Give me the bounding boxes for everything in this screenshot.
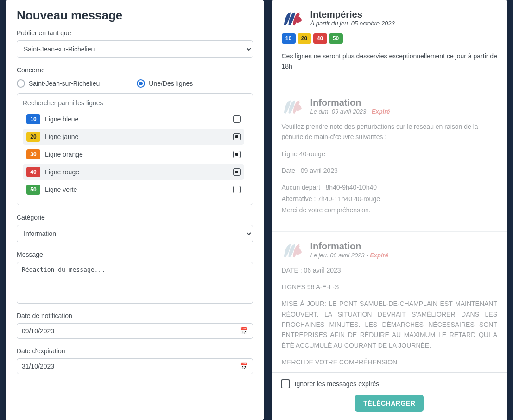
line-badge: 20 xyxy=(26,132,40,142)
category-select[interactable]: Information xyxy=(17,225,253,242)
line-row[interactable]: 30Ligne orange xyxy=(23,146,244,162)
line-badge: 50 xyxy=(329,33,343,44)
message-body: Ces lignes ne seront plus desservies exc… xyxy=(282,51,498,72)
message-paragraph: MISE À JOUR: LE PONT SAMUEL-DE-CHAMPLAIN… xyxy=(282,299,498,350)
svg-point-2 xyxy=(297,245,299,248)
lines-selector: Rechercher parmi les lignes 10Ligne bleu… xyxy=(17,93,253,205)
line-checkbox[interactable] xyxy=(233,115,241,123)
message-date: À partir du jeu. 05 octobre 2023 xyxy=(310,20,395,27)
line-name: Ligne rouge xyxy=(45,168,233,176)
line-checkbox[interactable] xyxy=(233,186,241,193)
exp-date-label: Date d'expiration xyxy=(17,347,253,355)
line-checkbox[interactable] xyxy=(233,168,241,176)
line-name: Ligne orange xyxy=(45,151,233,158)
expired-tag: Expiré xyxy=(372,108,390,115)
radio-city[interactable]: Saint-Jean-sur-Richelieu xyxy=(17,79,100,88)
radio-city-label: Saint-Jean-sur-Richelieu xyxy=(29,80,100,87)
message-card: InformationLe jeu. 06 avril 2023 - Expir… xyxy=(272,232,508,372)
message-body: Veuillez prendre note des perturbations … xyxy=(282,121,498,216)
ignore-expired-label: Ignorer les messages expirés xyxy=(295,380,380,388)
message-paragraph: Date : 09 avril 2023 xyxy=(282,165,498,176)
line-checkbox[interactable] xyxy=(233,133,241,140)
concerns-radio-group: Saint-Jean-sur-Richelieu Une/Des lignes xyxy=(17,79,253,88)
line-name: Ligne jaune xyxy=(45,133,233,140)
ignore-expired-checkbox[interactable] xyxy=(281,379,290,388)
message-paragraph: Ligne 40-rouge xyxy=(282,149,498,159)
exp-date-input[interactable] xyxy=(17,358,253,374)
line-name: Ligne verte xyxy=(45,186,233,193)
expired-tag: Expiré xyxy=(370,252,388,259)
message-date: Le jeu. 06 avril 2023 - Expiré xyxy=(310,252,388,259)
calendar-icon: 📅 xyxy=(240,327,248,335)
message-paragraph: Ces lignes ne seront plus desservies exc… xyxy=(282,51,498,72)
notif-date-label: Date de notification xyxy=(17,312,253,319)
radio-lines[interactable]: Une/Des lignes xyxy=(137,79,193,88)
org-logo-icon xyxy=(282,97,304,116)
new-message-panel: Nouveau message Publier en tant que Sain… xyxy=(6,0,264,420)
line-badge: 50 xyxy=(26,185,40,195)
org-logo-icon xyxy=(282,9,304,28)
message-paragraph: Veuillez prendre note des perturbations … xyxy=(282,121,498,142)
publish-as-select[interactable]: Saint-Jean-sur-Richelieu xyxy=(17,40,253,58)
line-row[interactable]: 40Ligne rouge xyxy=(23,164,244,180)
org-logo-icon xyxy=(282,241,304,260)
line-row[interactable]: 20Ligne jaune xyxy=(23,129,244,145)
message-paragraph: Alternative : 7h40-11h40 40-rouge xyxy=(282,194,498,204)
category-label: Catégorie xyxy=(17,214,253,221)
message-label: Message xyxy=(17,251,253,258)
messages-scroll[interactable]: IntempériesÀ partir du jeu. 05 octobre 2… xyxy=(272,0,508,372)
line-badges: 10204050 xyxy=(282,33,498,44)
message-title: Intempéries xyxy=(310,9,395,20)
messages-panel: IntempériesÀ partir du jeu. 05 octobre 2… xyxy=(272,0,508,420)
message-paragraph: Aucun départ : 8h40-9h40-10h40 xyxy=(282,182,498,192)
message-date: Le dim. 09 avril 2023 - Expiré xyxy=(310,108,390,115)
message-title: Information xyxy=(310,97,390,108)
message-textarea[interactable] xyxy=(17,262,253,304)
line-name: Ligne bleue xyxy=(45,115,233,123)
message-paragraph: DATE : 06 avril 2023 xyxy=(282,265,498,275)
line-row[interactable]: 10Ligne bleue xyxy=(23,111,244,127)
concerns-label: Concerne xyxy=(17,66,253,74)
notif-date-input[interactable] xyxy=(17,323,253,339)
line-row[interactable]: 50Ligne verte xyxy=(23,182,244,197)
line-checkbox[interactable] xyxy=(233,151,241,158)
calendar-icon: 📅 xyxy=(240,362,248,370)
line-badge: 20 xyxy=(298,33,311,44)
lines-search-hint: Rechercher parmi les lignes xyxy=(23,99,247,107)
svg-point-1 xyxy=(297,101,299,104)
line-badge: 30 xyxy=(26,149,40,159)
page-title: Nouveau message xyxy=(17,8,253,23)
message-card: IntempériesÀ partir du jeu. 05 octobre 2… xyxy=(272,0,508,88)
footer-bar: Ignorer les messages expirés TÉLÉCHARGER xyxy=(272,372,508,420)
publish-as-label: Publier en tant que xyxy=(17,29,253,37)
download-button[interactable]: TÉLÉCHARGER xyxy=(355,395,424,412)
line-badge: 40 xyxy=(26,167,40,177)
message-paragraph: LIGNES 96 A-E-L-S xyxy=(282,282,498,292)
line-badge: 40 xyxy=(313,33,327,44)
svg-point-0 xyxy=(297,13,299,16)
message-title: Information xyxy=(310,241,388,252)
radio-lines-label: Une/Des lignes xyxy=(149,80,193,87)
line-badge: 10 xyxy=(26,114,40,124)
message-paragraph: Merci de votre compréhension. xyxy=(282,205,498,215)
lines-list[interactable]: 10Ligne bleue20Ligne jaune30Ligne orange… xyxy=(23,111,247,199)
message-body: DATE : 06 avril 2023LIGNES 96 A-E-L-SMIS… xyxy=(282,265,498,368)
message-card: InformationLe dim. 09 avril 2023 - Expir… xyxy=(272,88,508,232)
message-paragraph: MERCI DE VOTRE COMPRÉHENSION xyxy=(282,357,498,367)
line-badge: 10 xyxy=(282,33,296,44)
